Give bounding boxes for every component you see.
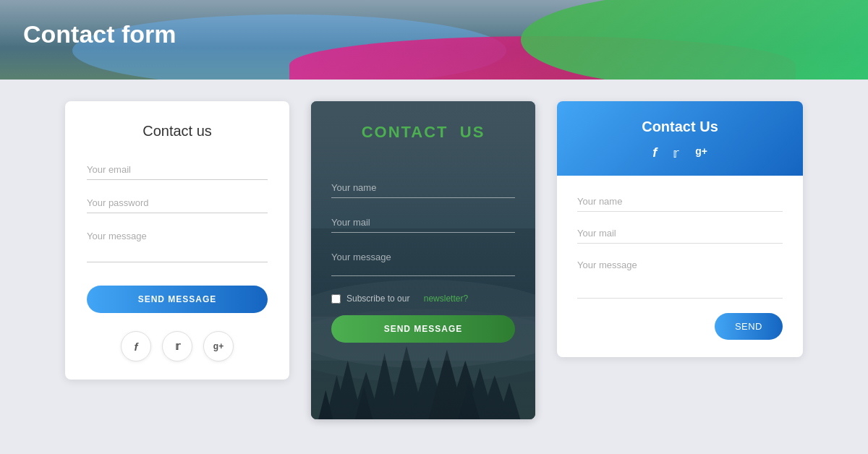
page-title: Contact form [0, 0, 868, 69]
twitter-button[interactable]: 𝕣 [162, 331, 192, 361]
facebook-icon: f [135, 340, 138, 353]
message-input[interactable] [87, 226, 268, 262]
subscribe-checkbox[interactable] [331, 294, 341, 304]
email-input[interactable] [87, 160, 268, 180]
newsletter-link[interactable]: newsletter? [424, 294, 468, 304]
card3-mail-field-group [577, 223, 783, 244]
card3-name-input[interactable] [577, 192, 783, 212]
card3-mail-input[interactable] [577, 223, 783, 244]
card3-facebook-icon[interactable]: f [652, 145, 657, 161]
card2-message-field-group [331, 247, 515, 279]
card3-title: Contact Us [577, 119, 783, 135]
card2-mail-field-group [331, 213, 515, 233]
password-input[interactable] [87, 193, 268, 213]
card3-message-input[interactable] [577, 255, 783, 299]
card2-name-field-group [331, 178, 515, 198]
card2-title: CONTACT US [331, 123, 515, 142]
card3-social-icons: f 𝕣 g+ [577, 145, 783, 161]
card1-title: Contact us [87, 123, 268, 140]
card-forest: CONTACT US Subscribe to our newsletter? … [311, 101, 535, 419]
card2-title-green: US [460, 123, 485, 141]
header-banner: Contact form [0, 0, 868, 80]
password-field-group [87, 193, 268, 213]
card-white: Contact us SEND MESSAGE f 𝕣 g+ [65, 101, 289, 380]
card3-header: Contact Us f 𝕣 g+ [557, 101, 803, 176]
facebook-button[interactable]: f [121, 331, 151, 361]
subscribe-text: Subscribe to our [346, 294, 409, 304]
email-field-group [87, 160, 268, 180]
googleplus-button[interactable]: g+ [203, 331, 234, 361]
card2-title-white: CONTACT [362, 123, 448, 141]
card3-send-button[interactable]: SEND [715, 313, 783, 340]
social-icons-group: f 𝕣 g+ [87, 331, 268, 361]
card3-body: SEND [557, 176, 803, 357]
card2-message-input[interactable] [331, 247, 515, 276]
card2-content: CONTACT US Subscribe to our newsletter? … [311, 101, 535, 363]
googleplus-icon: g+ [213, 341, 224, 351]
card3-googleplus-icon[interactable]: g+ [695, 145, 707, 161]
card3-twitter-icon[interactable]: 𝕣 [673, 145, 679, 161]
card3-bottom: SEND [577, 313, 783, 340]
card2-mail-input[interactable] [331, 213, 515, 233]
twitter-icon: 𝕣 [175, 340, 180, 353]
message-field-group [87, 226, 268, 265]
card2-name-input[interactable] [331, 178, 515, 198]
send-message-button[interactable]: SEND MESSAGE [87, 286, 268, 313]
subscribe-row: Subscribe to our newsletter? [331, 294, 515, 304]
card3-message-field-group [577, 255, 783, 301]
card-blue: Contact Us f 𝕣 g+ SEND [557, 101, 803, 357]
main-content: Contact us SEND MESSAGE f 𝕣 g+ [0, 80, 868, 441]
card3-name-field-group [577, 192, 783, 212]
card2-send-button[interactable]: SEND MESSAGE [331, 315, 515, 343]
